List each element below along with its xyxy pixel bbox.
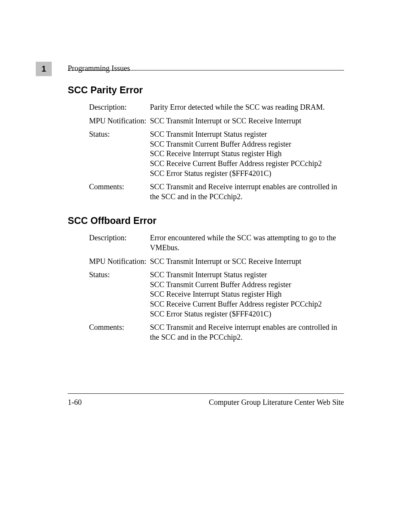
value-line: SCC Error Status register ($FFF4201C) — [150, 309, 340, 319]
page: 1 Programming Issues SCC Parity Error De… — [0, 0, 411, 532]
field-value: SCC Transmit Interrupt Status register S… — [150, 270, 340, 319]
value-line: SCC Transmit Interrupt or SCC Receive In… — [150, 116, 340, 126]
value-line: SCC Transmit and Receive interrupt enabl… — [150, 182, 340, 201]
value-line: SCC Transmit and Receive interrupt enabl… — [150, 323, 340, 342]
row-mpu-notification: MPU Notification: SCC Transmit Interrupt… — [89, 116, 340, 126]
field-label: MPU Notification: — [89, 257, 150, 267]
row-status: Status: SCC Transmit Interrupt Status re… — [89, 129, 340, 178]
field-label: Description: — [89, 102, 150, 112]
row-status: Status: SCC Transmit Interrupt Status re… — [89, 270, 340, 319]
value-line: Error encountered while the SCC was atte… — [150, 233, 340, 252]
value-line: SCC Receive Interrupt Status register Hi… — [150, 149, 340, 159]
value-line: SCC Receive Current Buffer Address regis… — [150, 299, 340, 309]
footer-text: Computer Group Literature Center Web Sit… — [209, 398, 344, 407]
field-value: SCC Transmit Interrupt or SCC Receive In… — [150, 116, 340, 126]
row-comments: Comments: SCC Transmit and Receive inter… — [89, 323, 340, 342]
section-scc-offboard-error: SCC Offboard Error Description: Error en… — [68, 215, 344, 342]
value-line: SCC Error Status register ($FFF4201C) — [150, 169, 340, 179]
section-scc-parity-error: SCC Parity Error Description: Parity Err… — [68, 85, 344, 201]
field-value: Error encountered while the SCC was atte… — [150, 233, 340, 252]
content-area: SCC Parity Error Description: Parity Err… — [68, 85, 344, 342]
field-value: Parity Error detected while the SCC was … — [150, 102, 340, 112]
field-value: SCC Transmit Interrupt Status register S… — [150, 129, 340, 178]
value-line: SCC Transmit Current Buffer Address regi… — [150, 139, 340, 149]
page-number: 1-60 — [68, 398, 82, 407]
header-rule — [68, 70, 344, 70]
field-label: Description: — [89, 233, 150, 252]
value-line: Parity Error detected while the SCC was … — [150, 102, 340, 112]
value-line: SCC Transmit Interrupt Status register — [150, 129, 340, 139]
row-description: Description: Parity Error detected while… — [89, 102, 340, 112]
field-label: Status: — [89, 270, 150, 319]
field-label: MPU Notification: — [89, 116, 150, 126]
section-heading: SCC Parity Error — [68, 85, 344, 96]
row-comments: Comments: SCC Transmit and Receive inter… — [89, 182, 340, 201]
row-description: Description: Error encountered while the… — [89, 233, 340, 252]
value-line: SCC Transmit Interrupt Status register — [150, 270, 340, 280]
field-value: SCC Transmit Interrupt or SCC Receive In… — [150, 257, 340, 267]
value-line: SCC Receive Interrupt Status register Hi… — [150, 289, 340, 299]
value-line: SCC Transmit Interrupt or SCC Receive In… — [150, 257, 340, 267]
field-label: Comments: — [89, 323, 150, 342]
field-value: SCC Transmit and Receive interrupt enabl… — [150, 182, 340, 201]
footer-rule — [68, 393, 344, 394]
value-line: SCC Receive Current Buffer Address regis… — [150, 159, 340, 169]
definition-list: Description: Error encountered while the… — [89, 233, 340, 342]
value-line: SCC Transmit Current Buffer Address regi… — [150, 280, 340, 290]
field-label: Comments: — [89, 182, 150, 201]
definition-list: Description: Parity Error detected while… — [89, 102, 340, 201]
row-mpu-notification: MPU Notification: SCC Transmit Interrupt… — [89, 257, 340, 267]
section-heading: SCC Offboard Error — [68, 215, 344, 226]
field-label: Status: — [89, 129, 150, 178]
chapter-tab: 1 — [36, 62, 52, 76]
running-head: Programming Issues — [68, 64, 130, 73]
field-value: SCC Transmit and Receive interrupt enabl… — [150, 323, 340, 342]
